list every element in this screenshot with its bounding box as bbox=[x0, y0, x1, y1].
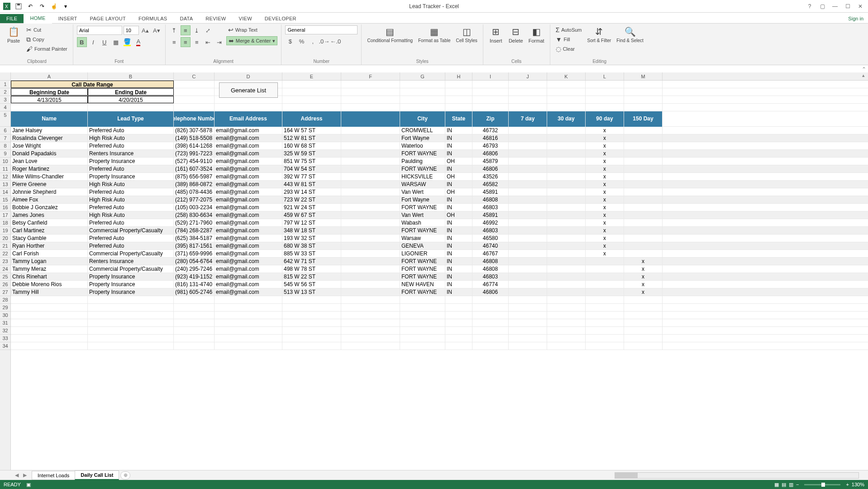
format-as-table-button[interactable]: ▦Format as Table bbox=[416, 25, 453, 44]
align-center-button[interactable]: ≡ bbox=[181, 37, 191, 47]
align-top-button[interactable]: ⤒ bbox=[169, 25, 179, 35]
copy-button[interactable]: ⧉Copy bbox=[24, 35, 69, 44]
currency-button[interactable]: $ bbox=[285, 36, 295, 46]
align-middle-button[interactable]: ≡ bbox=[181, 25, 191, 35]
borders-button[interactable]: ▦ bbox=[111, 37, 121, 47]
wrap-text-button[interactable]: ↩Wrap Text bbox=[226, 25, 278, 34]
cut-button[interactable]: ✂Cut bbox=[24, 25, 69, 34]
eraser-icon: ◌ bbox=[556, 45, 561, 53]
minimize-icon[interactable]: — bbox=[829, 2, 841, 11]
group-editing: ΣAutoSum ▼Fill ◌Clear ⇵Sort & Filter 🔍Fi… bbox=[550, 24, 649, 65]
tab-review[interactable]: REVIEW bbox=[199, 14, 232, 23]
copy-icon: ⧉ bbox=[26, 36, 31, 43]
merge-center-button[interactable]: ⬌Merge & Center▾ bbox=[226, 36, 278, 45]
qat-customize-icon[interactable]: ▾ bbox=[61, 1, 71, 11]
tab-file[interactable]: FILE bbox=[0, 14, 24, 23]
group-cells-label: Cells bbox=[487, 58, 546, 65]
sort-filter-button[interactable]: ⇵Sort & Filter bbox=[586, 25, 613, 44]
group-font: Arial 10 A▴ A▾ B I U ▦ 🪣 A Font bbox=[73, 24, 166, 65]
sort-icon: ⇵ bbox=[595, 26, 603, 37]
decrease-indent-button[interactable]: ⇤ bbox=[203, 37, 213, 47]
tab-data[interactable]: DATA bbox=[173, 14, 199, 23]
tab-view[interactable]: VIEW bbox=[233, 14, 258, 23]
number-format-select[interactable]: General bbox=[285, 25, 358, 34]
align-left-button[interactable]: ≡ bbox=[169, 37, 179, 47]
tab-home[interactable]: HOME bbox=[24, 14, 52, 24]
group-clipboard: 📋 Paste ✂Cut ⧉Copy 🖌Format Painter Clipb… bbox=[1, 24, 73, 65]
find-select-button[interactable]: 🔍Find & Select bbox=[615, 25, 645, 44]
help-icon[interactable]: ? bbox=[804, 2, 816, 11]
italic-button[interactable]: I bbox=[88, 37, 98, 47]
merge-icon: ⬌ bbox=[229, 37, 234, 44]
increase-indent-button[interactable]: ⇥ bbox=[215, 37, 224, 47]
shrink-font-button[interactable]: A▾ bbox=[152, 25, 162, 35]
comma-button[interactable]: , bbox=[308, 36, 318, 46]
excel-logo-icon[interactable]: X bbox=[2, 1, 12, 11]
align-right-button[interactable]: ≡ bbox=[192, 37, 202, 47]
group-styles: ▤Conditional Formatting ▦Format as Table… bbox=[362, 24, 483, 65]
percent-button[interactable]: % bbox=[296, 36, 306, 46]
paste-icon: 📋 bbox=[8, 26, 19, 37]
orientation-button[interactable]: ⤢ bbox=[203, 25, 213, 35]
bold-button[interactable]: B bbox=[77, 37, 87, 47]
font-size-select[interactable]: 10 bbox=[124, 26, 139, 35]
conditional-formatting-button[interactable]: ▤Conditional Formatting bbox=[365, 25, 415, 44]
title-bar: X ↶ ↷ ☝ ▾ Lead Tracker - Excel ? ▢ — ☐ ✕ bbox=[0, 0, 868, 13]
ribbon: 📋 Paste ✂Cut ⧉Copy 🖌Format Painter Clipb… bbox=[0, 24, 868, 65]
delete-cells-button[interactable]: ⊟Delete bbox=[507, 25, 525, 44]
cut-icon: ✂ bbox=[26, 26, 32, 34]
delete-icon: ⊟ bbox=[512, 26, 520, 37]
fill-color-button[interactable]: 🪣 bbox=[122, 37, 132, 47]
window-controls: ? ▢ — ☐ ✕ bbox=[804, 2, 866, 11]
undo-icon[interactable]: ↶ bbox=[25, 1, 35, 11]
clear-button[interactable]: ◌Clear bbox=[554, 44, 584, 53]
fill-button[interactable]: ▼Fill bbox=[554, 35, 584, 44]
cond-format-icon: ▤ bbox=[386, 26, 394, 37]
brush-icon: 🖌 bbox=[26, 45, 33, 53]
group-styles-label: Styles bbox=[365, 58, 479, 65]
format-painter-button[interactable]: 🖌Format Painter bbox=[24, 44, 69, 53]
wrap-icon: ↩ bbox=[228, 26, 234, 34]
tab-formulas[interactable]: FORMULAS bbox=[132, 14, 174, 23]
insert-icon: ⊞ bbox=[492, 26, 500, 37]
maximize-icon[interactable]: ☐ bbox=[842, 2, 854, 11]
tab-page-layout[interactable]: PAGE LAYOUT bbox=[84, 14, 132, 23]
paste-button[interactable]: 📋 Paste bbox=[5, 25, 23, 44]
cell-styles-icon: ◫ bbox=[463, 26, 471, 37]
sigma-icon: Σ bbox=[556, 26, 560, 34]
fill-icon: ▼ bbox=[556, 36, 562, 43]
format-cells-button[interactable]: ◧Format bbox=[527, 25, 546, 44]
group-font-label: Font bbox=[77, 58, 162, 65]
format-icon: ◧ bbox=[532, 26, 541, 37]
sign-in-link[interactable]: Sign in bbox=[844, 14, 868, 23]
grow-font-button[interactable]: A▴ bbox=[140, 25, 150, 35]
close-icon[interactable]: ✕ bbox=[854, 2, 866, 11]
find-icon: 🔍 bbox=[625, 26, 636, 37]
group-clipboard-label: Clipboard bbox=[5, 58, 69, 65]
cell-styles-button[interactable]: ◫Cell Styles bbox=[454, 25, 479, 44]
paste-label: Paste bbox=[7, 38, 20, 43]
tab-developer[interactable]: DEVELOPER bbox=[258, 14, 303, 23]
group-number: General $ % , .0→ ←.0 Number bbox=[281, 24, 362, 65]
align-bottom-button[interactable]: ⤓ bbox=[192, 25, 202, 35]
tab-insert[interactable]: INSERT bbox=[52, 14, 84, 23]
touch-mode-icon[interactable]: ☝ bbox=[49, 1, 59, 11]
ribbon-tabs: FILE HOME INSERT PAGE LAYOUT FORMULAS DA… bbox=[0, 13, 868, 24]
decrease-decimal-button[interactable]: ←.0 bbox=[330, 36, 340, 46]
group-editing-label: Editing bbox=[554, 58, 645, 65]
svg-rect-3 bbox=[17, 4, 20, 5]
table-icon: ▦ bbox=[430, 26, 439, 37]
underline-button[interactable]: U bbox=[100, 37, 110, 47]
save-icon[interactable] bbox=[14, 1, 24, 11]
svg-text:X: X bbox=[5, 4, 8, 9]
autosum-button[interactable]: ΣAutoSum bbox=[554, 25, 584, 34]
font-color-button[interactable]: A bbox=[134, 37, 143, 47]
group-number-label: Number bbox=[285, 58, 358, 65]
window-title: Lead Tracker - Excel bbox=[409, 3, 459, 10]
chevron-down-icon: ▾ bbox=[272, 38, 275, 44]
redo-icon[interactable]: ↷ bbox=[37, 1, 47, 11]
increase-decimal-button[interactable]: .0→ bbox=[319, 36, 329, 46]
font-name-select[interactable]: Arial bbox=[77, 26, 122, 35]
ribbon-options-icon[interactable]: ▢ bbox=[816, 2, 828, 11]
insert-cells-button[interactable]: ⊞Insert bbox=[487, 25, 505, 44]
